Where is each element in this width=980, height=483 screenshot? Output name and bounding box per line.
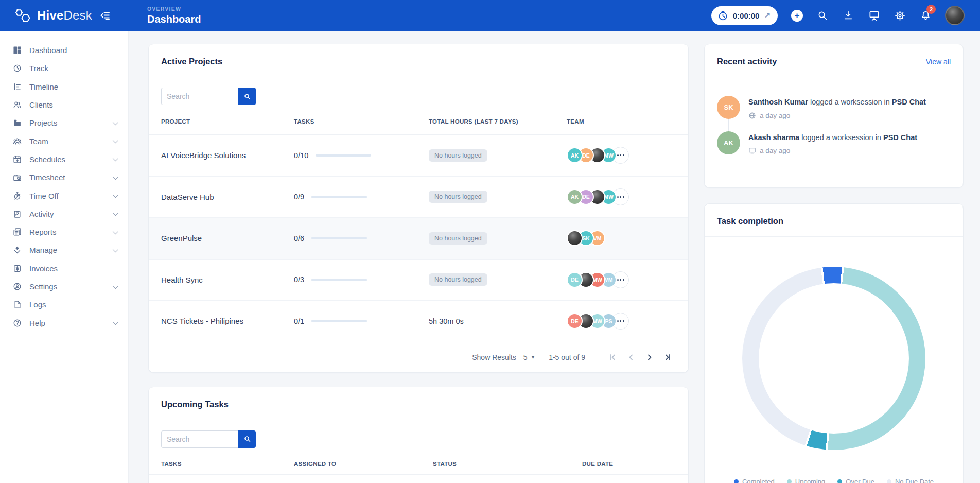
sidebar-item-label: Activity — [29, 210, 54, 218]
track-icon — [13, 64, 22, 73]
sidebar-item-dashboard[interactable]: Dashboard — [0, 41, 128, 59]
page-last-button[interactable] — [661, 351, 675, 364]
user-avatar[interactable] — [945, 6, 965, 25]
pagination-range: 1-5 out of 9 — [549, 353, 585, 361]
team-avatars: AKDEMW — [567, 147, 676, 164]
sidebar-item-help[interactable]: Help — [0, 314, 128, 332]
upcoming-tasks-card: Upcoming Tasks TASKSASSIGNED TOSTATUSDUE… — [148, 387, 689, 483]
sidebar-item-activity[interactable]: Activity — [0, 205, 128, 223]
download-icon[interactable] — [842, 9, 854, 22]
sidebar-item-timesheet[interactable]: Timesheet — [0, 168, 128, 186]
sidebar-item-manage[interactable]: Manage — [0, 241, 128, 259]
notifications-bell-icon[interactable]: 2 — [919, 9, 932, 22]
total-hours-cell: No hours logged — [429, 273, 567, 286]
sidebar-item-projects[interactable]: Projects — [0, 114, 128, 132]
active-projects-search-input[interactable] — [161, 88, 238, 105]
project-name-link[interactable]: DataServe Hub — [161, 193, 294, 201]
no-hours-badge: No hours logged — [429, 232, 487, 245]
view-all-link[interactable]: View all — [926, 58, 951, 66]
timer-expand-icon[interactable]: ↗ — [764, 11, 771, 20]
active-projects-table-header: PROJECTTASKSTOTAL HOURS (LAST 7 DAYS)TEA… — [149, 108, 688, 135]
sidebar-item-label: Track — [29, 64, 48, 73]
breadcrumb-overview: OVERVIEW — [147, 6, 201, 12]
topbar-actions: 0:00:00 ↗ + — [711, 6, 980, 25]
timesheet-icon — [13, 173, 22, 182]
activity-body: Akash sharma logged a worksession in PSD… — [748, 131, 917, 156]
recent-activity-title: Recent activity — [717, 57, 777, 66]
activity-avatar: AK — [717, 131, 740, 154]
chart-legend: CompletedUpcomingOver DueNo Due Date — [705, 478, 963, 483]
active-projects-card: Active Projects PROJECTTASKSTOTAL HOURS … — [148, 44, 689, 373]
project-name-link[interactable]: GreenPulse — [161, 234, 294, 243]
settings-icon — [13, 282, 22, 291]
legend-item-over-due: Over Due — [837, 478, 874, 483]
sidebar-item-label: Timeline — [29, 82, 58, 91]
sidebar-item-time-off[interactable]: Time Off — [0, 186, 128, 204]
sidebar-item-clients[interactable]: Clients — [0, 96, 128, 114]
task-completion-donut-chart — [742, 267, 925, 450]
sidebar-item-label: Schedules — [29, 155, 65, 164]
add-button[interactable]: + — [791, 10, 803, 22]
project-row: AI VoiceBridge Solutions0/10No hours log… — [149, 135, 688, 177]
chevron-down-icon — [113, 137, 118, 143]
upcoming-tasks-search-input[interactable] — [161, 430, 238, 448]
timer-widget[interactable]: 0:00:00 ↗ — [711, 6, 778, 25]
activity-avatar: SK — [717, 96, 740, 119]
chevron-down-icon — [113, 210, 118, 216]
sidebar-item-schedules[interactable]: Schedules — [0, 150, 128, 168]
timeoff-icon — [13, 191, 22, 200]
sidebar-item-invoices[interactable]: Invoices — [0, 260, 128, 278]
upcoming-tasks-search-button[interactable] — [238, 430, 256, 448]
sidebar-item-logs[interactable]: Logs — [0, 296, 128, 314]
present-screen-icon[interactable] — [868, 9, 880, 22]
hours-value: 5h 30m 0s — [429, 317, 464, 325]
sidebar-item-team[interactable]: Team — [0, 132, 128, 150]
activity-item: AK Akash sharma logged a worksession in … — [717, 131, 951, 156]
sidebar-item-label: Projects — [29, 118, 57, 127]
legend-item-upcoming: Upcoming — [787, 478, 826, 483]
search-icon[interactable] — [816, 9, 829, 22]
sidebar-item-timeline[interactable]: Timeline — [0, 78, 128, 96]
tasks-count: 0/6 — [294, 234, 304, 243]
legend-dot — [887, 479, 891, 483]
total-hours-cell: No hours logged — [429, 191, 567, 203]
project-name-link[interactable]: NCS Tickets - Philipines — [161, 317, 294, 325]
sidebar-item-label: Manage — [29, 246, 57, 254]
activity-body: Santhosh Kumar logged a worksession in P… — [748, 96, 926, 120]
column-header: TASKS — [161, 461, 294, 467]
upcoming-tasks-table-header: TASKSASSIGNED TOSTATUSDUE DATE — [149, 451, 688, 475]
sidebar-item-label: Clients — [29, 100, 53, 109]
legend-label: Upcoming — [795, 478, 826, 483]
notification-count-badge: 2 — [926, 5, 936, 14]
settings-gear-icon[interactable] — [894, 9, 906, 22]
task-completion-title: Task completion — [717, 216, 783, 226]
donut-hole — [759, 283, 909, 434]
monitor-icon — [748, 146, 756, 155]
sidebar-collapse-icon[interactable] — [99, 10, 111, 21]
tasks-count: 0/3 — [294, 275, 304, 284]
project-name-link[interactable]: AI VoiceBridge Solutions — [161, 151, 294, 160]
clients-icon — [13, 100, 22, 110]
projects-icon — [13, 118, 22, 128]
active-projects-search-button[interactable] — [238, 88, 256, 105]
page-size-select[interactable]: 5 ▾ — [523, 353, 534, 361]
project-row: Health Sync0/3No hours loggedDEMWVM — [149, 260, 688, 301]
active-projects-header: Active Projects — [149, 44, 688, 77]
sidebar-item-label: Settings — [29, 282, 57, 291]
legend-label: Completed — [742, 478, 775, 483]
task-completion-header: Task completion — [705, 204, 963, 237]
page-next-button[interactable] — [643, 351, 656, 364]
sidebar-item-settings[interactable]: Settings — [0, 278, 128, 296]
sidebar-item-reports[interactable]: Reports — [0, 223, 128, 241]
reports-icon — [13, 228, 22, 237]
column-header: ASSIGNED TO — [294, 461, 433, 467]
brand-logo[interactable]: HiveDesk — [0, 7, 129, 24]
sidebar-item-track[interactable]: Track — [0, 59, 128, 77]
project-name-link[interactable]: Health Sync — [161, 275, 294, 284]
column-header: DUE DATE — [582, 461, 676, 467]
schedules-icon — [13, 154, 22, 164]
column-header: STATUS — [433, 461, 582, 467]
chevron-down-icon — [113, 283, 118, 288]
chevron-down-icon — [113, 319, 118, 325]
total-hours-cell: No hours logged — [429, 232, 567, 245]
